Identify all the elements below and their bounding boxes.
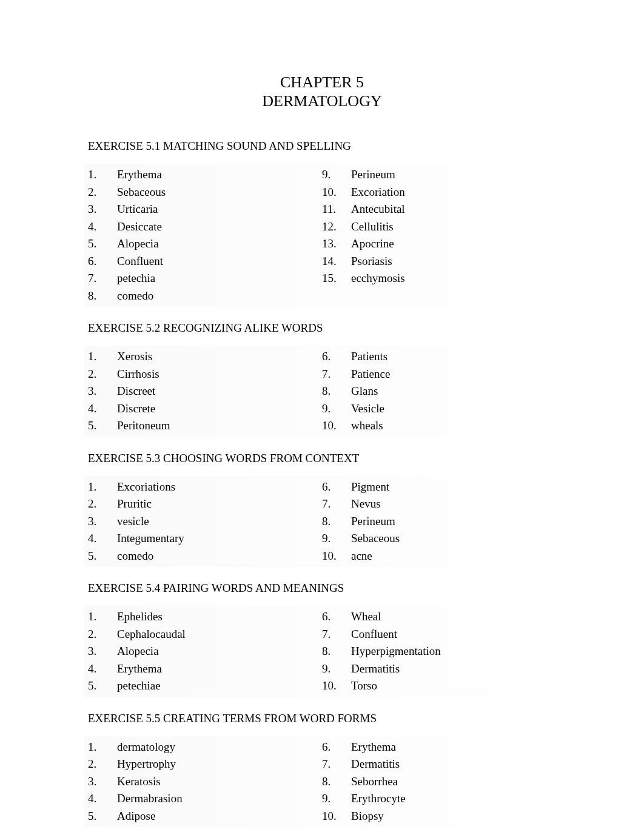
item-number: 10.	[322, 184, 351, 201]
list-item: 7.Dermatitis	[322, 756, 556, 773]
item-number: 1.	[88, 608, 117, 626]
item-number: 9.	[322, 166, 351, 184]
item-number: 6.	[322, 739, 351, 756]
item-number: 6.	[88, 253, 117, 270]
item-text: Nevus	[351, 495, 556, 513]
list-item: 13.Apocrine	[322, 235, 556, 253]
document-page: CHAPTER 5 DERMATOLOGY EXERCISE 5.1 MATCH…	[0, 0, 644, 835]
item-text: Pruritic	[117, 495, 322, 513]
item-number: 15.	[322, 270, 351, 287]
list-item: 10.Excoriation	[322, 184, 556, 201]
list-item: 3.Alopecia	[88, 643, 322, 660]
list-item: 7.petechia	[88, 270, 322, 287]
two-column-list: 1.Xerosis2.Cirrhosis3.Discreet4.Discrete…	[88, 348, 556, 435]
item-text: vesicle	[117, 513, 322, 531]
list-item: 2.Cirrhosis	[88, 366, 322, 383]
item-number: 2.	[88, 756, 117, 773]
two-column-list: 1.dermatology2.Hypertrophy3.Keratosis4.D…	[88, 739, 556, 825]
list-item: 8.Perineum	[322, 513, 556, 531]
list-item: 9.Perineum	[322, 166, 556, 184]
list-item: 1.dermatology	[88, 739, 322, 756]
item-text: wheals	[351, 417, 556, 435]
right-column: 6.Pigment7.Nevus8.Perineum9.Sebaceous10.…	[322, 478, 556, 565]
item-text: petechiae	[117, 677, 322, 695]
item-text: Perineum	[351, 513, 556, 531]
item-number: 9.	[322, 400, 351, 418]
item-number: 8.	[322, 773, 351, 791]
item-number: 5.	[88, 417, 117, 435]
item-text: Ephelides	[117, 608, 322, 626]
item-text: Hyperpigmentation	[351, 643, 556, 660]
list-item: 7.Nevus	[322, 495, 556, 513]
item-number: 2.	[88, 184, 117, 201]
item-number: 3.	[88, 201, 117, 218]
item-text: Erythema	[117, 660, 322, 678]
item-number: 4.	[88, 530, 117, 548]
item-text: Antecubital	[351, 201, 556, 218]
item-text: Integumentary	[117, 530, 322, 548]
list-item: 1.Erythema	[88, 166, 322, 184]
item-number: 6.	[322, 608, 351, 626]
item-number: 1.	[88, 478, 117, 496]
list-item: 10.wheals	[322, 417, 556, 435]
list-item: 8.Hyperpigmentation	[322, 643, 556, 660]
item-number: 2.	[88, 626, 117, 643]
item-number: 8.	[322, 513, 351, 531]
exercise-section: EXERCISE 5.1 MATCHING SOUND AND SPELLING…	[88, 139, 556, 304]
list-item: 5.Alopecia	[88, 235, 322, 253]
item-text: Discreet	[117, 383, 322, 400]
item-text: acne	[351, 548, 556, 565]
exercises-container: EXERCISE 5.1 MATCHING SOUND AND SPELLING…	[88, 139, 556, 825]
list-item: 8.Glans	[322, 383, 556, 400]
item-number: 5.	[88, 808, 117, 825]
exercise-title: EXERCISE 5.5 CREATING TERMS FROM WORD FO…	[88, 712, 556, 725]
item-text: Apocrine	[351, 235, 556, 253]
list-item: 10.acne	[322, 548, 556, 565]
item-text: Pigment	[351, 478, 556, 496]
list-item: 11.Antecubital	[322, 201, 556, 218]
left-column: 1.Excoriations2.Pruritic3.vesicle4.Integ…	[88, 478, 322, 565]
item-number: 7.	[322, 495, 351, 513]
list-item: 14.Psoriasis	[322, 253, 556, 270]
list-item: 2.Hypertrophy	[88, 756, 322, 773]
left-column: 1.Ephelides2.Cephalocaudal3.Alopecia4.Er…	[88, 608, 322, 695]
two-column-list: 1.Excoriations2.Pruritic3.vesicle4.Integ…	[88, 478, 556, 565]
item-number: 2.	[88, 495, 117, 513]
exercise-title: EXERCISE 5.2 RECOGNIZING ALIKE WORDS	[88, 321, 556, 335]
list-item: 15.ecchymosis	[322, 270, 556, 287]
item-text: Dermatitis	[351, 660, 556, 678]
item-text: Wheal	[351, 608, 556, 626]
exercise-title: EXERCISE 5.4 PAIRING WORDS AND MEANINGS	[88, 582, 556, 595]
two-column-list: 1.Ephelides2.Cephalocaudal3.Alopecia4.Er…	[88, 608, 556, 695]
list-item: 3.Urticaria	[88, 201, 322, 218]
list-item: 6.Pigment	[322, 478, 556, 496]
list-item: 6.Erythema	[322, 739, 556, 756]
item-text: Keratosis	[117, 773, 322, 791]
item-number: 11.	[322, 201, 351, 218]
list-item: 6.Confluent	[88, 253, 322, 270]
item-text: Excoriations	[117, 478, 322, 496]
item-number: 10.	[322, 677, 351, 695]
item-text: Erythema	[351, 739, 556, 756]
item-number: 3.	[88, 773, 117, 791]
list-item: 2.Cephalocaudal	[88, 626, 322, 643]
item-text: Vesicle	[351, 400, 556, 418]
item-text: Biopsy	[351, 808, 556, 825]
item-number: 9.	[322, 660, 351, 678]
list-item: 9.Vesicle	[322, 400, 556, 418]
list-item: 5.Adipose	[88, 808, 322, 825]
item-number: 5.	[88, 235, 117, 253]
list-item: 5.comedo	[88, 548, 322, 565]
list-item: 5.Peritoneum	[88, 417, 322, 435]
list-item: 7.Patience	[322, 366, 556, 383]
item-number: 2.	[88, 366, 117, 383]
list-item: 4.Erythema	[88, 660, 322, 678]
item-number: 7.	[322, 366, 351, 383]
item-number: 12.	[322, 218, 351, 236]
item-text: Alopecia	[117, 643, 322, 660]
item-text: Torso	[351, 677, 556, 695]
item-text: Peritoneum	[117, 417, 322, 435]
list-item: 4.Integumentary	[88, 530, 322, 548]
item-number: 14.	[322, 253, 351, 270]
list-item: 8.comedo	[88, 287, 322, 305]
